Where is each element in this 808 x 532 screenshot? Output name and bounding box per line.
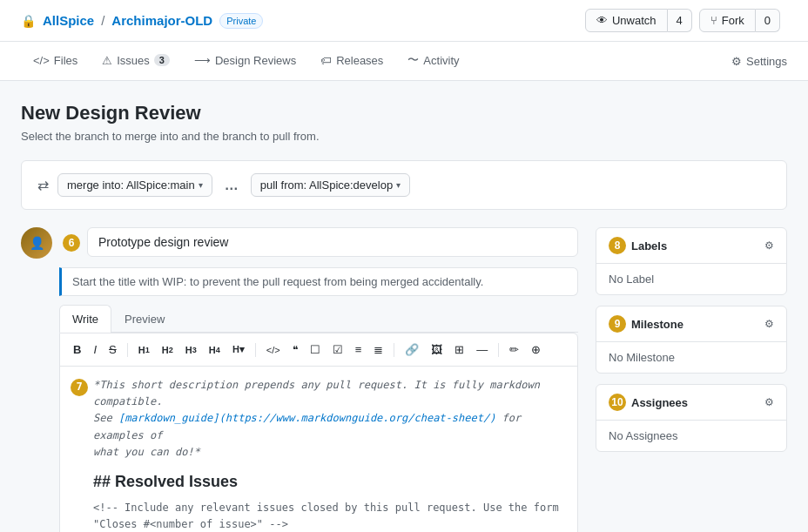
wip-hint: Start the title with WIP: to prevent the… (59, 267, 578, 296)
toolbar-h1[interactable]: H1 (134, 342, 154, 358)
toolbar-table[interactable]: ⊞ (450, 340, 468, 359)
tab-files-label: Files (54, 54, 77, 67)
toolbar-bold[interactable]: B (69, 340, 85, 359)
toolbar-strikethrough[interactable]: S (104, 340, 121, 359)
toolbar-list-unordered[interactable]: ≡ (351, 340, 367, 359)
editor-line3: what you can do!* (93, 444, 567, 461)
tab-releases-label: Releases (336, 54, 383, 67)
fork-label: Fork (722, 14, 744, 27)
editor-body[interactable]: 7 *This short description prepends any p… (60, 367, 577, 532)
toolbar-h2[interactable]: H2 (158, 342, 178, 358)
assignees-header: 10 Assignees ⚙ (596, 385, 786, 421)
pull-dropdown-arrow: ▾ (396, 180, 401, 190)
milestone-gear-icon[interactable]: ⚙ (764, 318, 774, 330)
tab-issues[interactable]: ⚠ Issues 3 (90, 44, 182, 79)
assignees-section: 10 Assignees ⚙ No Assignees (596, 384, 787, 452)
form-left: 👤 6 Prototype design review Start the ti… (21, 227, 578, 532)
unwatch-button[interactable]: 👁 Unwatch (585, 9, 668, 32)
lock-icon: 🔒 (21, 14, 36, 28)
milestone-title-text: Milestone (631, 318, 683, 331)
unwatch-group: 👁 Unwatch 4 (585, 9, 692, 32)
labels-title: 8 Labels (609, 237, 667, 254)
labels-section: 8 Labels ⚙ No Label (596, 227, 787, 295)
labels-gear-icon[interactable]: ⚙ (764, 239, 774, 252)
step9-badge: 9 (609, 315, 626, 333)
tab-activity[interactable]: 〜 Activity (395, 42, 471, 80)
toolbar-more[interactable]: ⊕ (527, 340, 545, 359)
branch-arrows-icon: ⇄ (37, 177, 49, 193)
toolbar-h-more[interactable]: H▾ (228, 341, 249, 358)
assignees-value: No Assignees (596, 421, 786, 451)
private-badge: Private (219, 13, 263, 29)
assignees-title: 10 Assignees (609, 394, 688, 411)
fork-group: ⑂ Fork 0 (699, 9, 780, 32)
assignees-gear-icon[interactable]: ⚙ (764, 396, 774, 408)
issues-icon: ⚠ (102, 54, 112, 67)
files-icon: </> (33, 54, 50, 67)
step10-badge: 10 (609, 394, 626, 411)
tab-issues-label: Issues (117, 54, 150, 67)
tab-write[interactable]: Write (59, 305, 111, 333)
design-reviews-icon: ⟶ (194, 54, 211, 67)
toolbar-checkbox[interactable]: ☐ (306, 340, 325, 359)
editor-resolved-heading: ## Resolved Issues (93, 469, 567, 495)
page-title: New Design Review (21, 102, 787, 125)
toolbar-h4[interactable]: H4 (205, 342, 225, 358)
fork-icon: ⑂ (710, 14, 717, 27)
main-content: New Design Review Select the branch to m… (0, 81, 808, 532)
step6-badge: 6 (63, 234, 80, 252)
tab-releases[interactable]: 🏷 Releases (308, 44, 395, 79)
settings-label: Settings (746, 55, 787, 68)
releases-icon: 🏷 (320, 54, 332, 67)
top-bar: 🔒 AllSpice / Archimajor-OLD Private 👁 Un… (0, 0, 808, 42)
repo-link[interactable]: Archimajor-OLD (111, 13, 212, 28)
tab-design-reviews[interactable]: ⟶ Design Reviews (182, 44, 308, 79)
toolbar-h3[interactable]: H3 (181, 342, 201, 358)
labels-header: 8 Labels ⚙ (596, 228, 786, 264)
fork-button[interactable]: ⑂ Fork (699, 9, 756, 32)
merge-dropdown-arrow: ▾ (199, 180, 203, 190)
labels-value: No Label (596, 264, 786, 294)
issues-badge: 3 (154, 54, 170, 66)
unwatch-count: 4 (668, 9, 692, 32)
pull-from-dropdown[interactable]: pull from: AllSpice:develop ▾ (251, 173, 410, 197)
title-row: 👤 6 Prototype design review (21, 227, 578, 259)
toolbar-sep-3 (394, 343, 394, 357)
toolbar-code[interactable]: </> (262, 342, 285, 358)
toolbar-image[interactable]: 🖼 (427, 340, 447, 359)
toolbar-sep-2 (255, 343, 256, 357)
toolbar-hr[interactable]: — (472, 340, 492, 359)
activity-icon: 〜 (407, 52, 419, 68)
top-actions: 👁 Unwatch 4 ⑂ Fork 0 (585, 9, 787, 32)
page-subtitle: Select the branch to merge into and the … (21, 130, 787, 143)
step8-badge: 8 (609, 237, 626, 254)
toolbar-sep-4 (498, 343, 499, 357)
milestone-title: 9 Milestone (609, 315, 683, 333)
org-link[interactable]: AllSpice (43, 13, 94, 28)
settings-link[interactable]: ⚙ Settings (731, 44, 787, 78)
merge-into-dropdown[interactable]: merge into: AllSpice:main ▾ (57, 173, 212, 197)
tab-files[interactable]: </> Files (21, 44, 90, 79)
toolbar-quote[interactable]: ❝ (288, 341, 302, 359)
milestone-section: 9 Milestone ⚙ No Milestone (596, 306, 787, 374)
toolbar-checkbox-checked[interactable]: ☑ (328, 340, 347, 359)
repo-info: 🔒 AllSpice / Archimajor-OLD Private (21, 13, 263, 29)
editor-link: [markdown_guide](https://www.markdowngui… (118, 412, 495, 424)
editor-tabs: Write Preview (59, 305, 578, 333)
editor-content: *This short description prepends any pul… (93, 377, 567, 532)
toolbar-link[interactable]: 🔗 (401, 340, 423, 359)
milestone-value: No Milestone (596, 342, 786, 373)
tab-preview[interactable]: Preview (111, 305, 178, 333)
editor-area: Write Preview B I S H1 H2 H3 H4 (59, 305, 578, 532)
editor-line2: See [markdown_guide](https://www.markdow… (93, 410, 567, 443)
toolbar-pencil[interactable]: ✏ (505, 340, 523, 359)
wip-hint-text: Start the title with WIP: to prevent the… (72, 275, 483, 288)
fork-count: 0 (756, 9, 780, 32)
title-input[interactable]: Prototype design review (87, 227, 578, 257)
toolbar-italic[interactable]: I (89, 340, 101, 359)
form-right: 8 Labels ⚙ No Label 9 Milestone ⚙ No Mil… (596, 227, 787, 532)
eye-icon: 👁 (596, 14, 608, 27)
toolbar-list-ordered[interactable]: ≣ (369, 340, 387, 359)
unwatch-label: Unwatch (612, 14, 656, 27)
nav-tabs: </> Files ⚠ Issues 3 ⟶ Design Reviews 🏷 … (21, 42, 472, 80)
